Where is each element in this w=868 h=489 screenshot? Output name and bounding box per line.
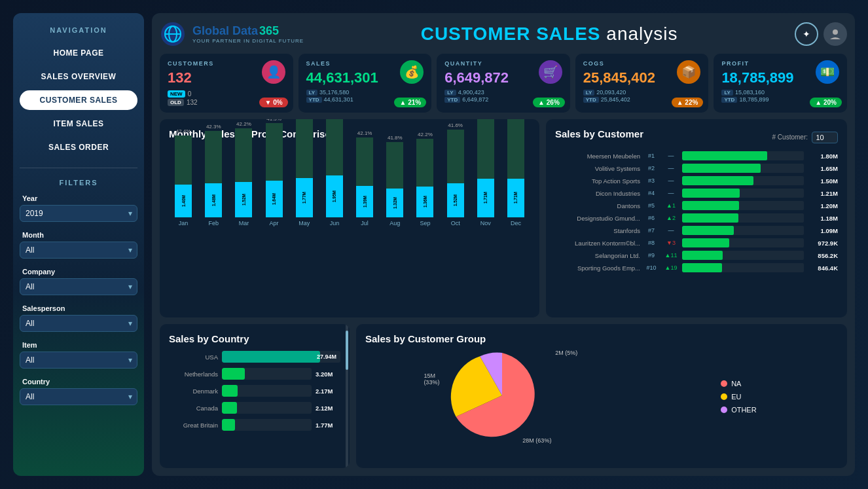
country-bar-fill bbox=[222, 402, 237, 414]
bar-group-Nov[interactable]: 42.2% 1.71M Nov bbox=[471, 119, 500, 226]
filter-country: Country All bbox=[20, 378, 137, 405]
bar-pct: 42.3% bbox=[206, 124, 221, 130]
customer-row[interactable]: Lauritzen Kontorm©bl... #8 ▼3 972.9K bbox=[555, 238, 838, 247]
bar-group-Oct[interactable]: 41.6% 1.52M Oct bbox=[441, 122, 470, 226]
bar-bottom: 1.52M bbox=[447, 183, 464, 217]
country-bar-track bbox=[222, 419, 312, 431]
bar-group-Mar[interactable]: 42.2% 1.52M Mar bbox=[229, 121, 258, 226]
kpi-quantity-badge: ▲ 26% bbox=[533, 98, 565, 107]
customer-row[interactable]: Meersen Meubelen #1 — 1.80M bbox=[555, 151, 838, 160]
bar-val: 1.52M bbox=[453, 194, 458, 206]
sparkle-button[interactable]: ✦ bbox=[795, 22, 818, 46]
customer-row[interactable]: Selangorian Ltd. #9 ▲11 856.2K bbox=[555, 251, 838, 260]
chart-country: Sales by Country USA 27.94M Netherlands … bbox=[160, 324, 350, 468]
filter-year-label: Year bbox=[20, 194, 137, 202]
country-label: Denmark bbox=[169, 388, 218, 395]
filter-salesperson-select[interactable]: All bbox=[20, 315, 137, 332]
bar-group-Feb[interactable]: 42.3% 1.48M Feb bbox=[199, 124, 228, 226]
country-row[interactable]: Great Britain 1.77M bbox=[169, 419, 340, 431]
country-label: Netherlands bbox=[169, 371, 218, 378]
bar-top bbox=[507, 119, 524, 179]
customers-header: Sales by Customer # Customer: bbox=[555, 128, 838, 146]
bar-group-Jul[interactable]: 42.1% 1.39M Jul bbox=[350, 130, 379, 226]
pie-label-na: 28M (63%) bbox=[522, 437, 551, 444]
sidebar-item-item-sales[interactable]: ITEM SALES bbox=[20, 114, 137, 134]
filter-month-select[interactable]: AllJan bbox=[20, 242, 137, 259]
filter-item-wrapper[interactable]: All bbox=[20, 352, 137, 369]
pie-area: 2M (5%) 15M(33%) 28M (63%) NA EU bbox=[365, 351, 838, 443]
bar-group-Apr[interactable]: 41.3% 1.64M Apr bbox=[260, 119, 289, 226]
bar-bottom: 1.52M bbox=[235, 182, 252, 217]
sidebar-item-sales-overview[interactable]: SALES OVERVIEW bbox=[20, 67, 137, 86]
bar-stack: 1.32M bbox=[386, 142, 403, 217]
charts-main-row: Monthly Sales vs Profit Comparison 42.4%… bbox=[160, 119, 847, 317]
filter-country-wrapper[interactable]: All bbox=[20, 388, 137, 405]
filter-salesperson: Salesperson All bbox=[20, 304, 137, 332]
cust-bar-fill bbox=[682, 189, 740, 198]
bar-stack: 1.71M bbox=[507, 119, 524, 217]
bar-group-Jan[interactable]: 42.4% 1.40M Jan bbox=[169, 128, 198, 226]
sidebar-item-home[interactable]: HOME PAGE bbox=[20, 43, 137, 63]
bar-top bbox=[447, 130, 464, 183]
bar-group-Dec[interactable]: 43.0% 1.71M Dec bbox=[501, 119, 530, 226]
filter-item-select[interactable]: All bbox=[20, 352, 137, 369]
sidebar-item-sales-order[interactable]: SALES ORDER bbox=[20, 137, 137, 157]
cust-val: 1.65M bbox=[806, 165, 838, 172]
cust-name: Lauritzen Kontorm©bl... bbox=[555, 240, 640, 247]
logo-subtitle: YOUR PARTNER IN DIGITAL FUTURE bbox=[192, 38, 304, 44]
bar-label: Jun bbox=[330, 220, 340, 226]
customer-row[interactable]: Top Action Sports #3 — 1.50M bbox=[555, 176, 838, 185]
cust-rank: #10 bbox=[643, 264, 660, 271]
cust-bar-track bbox=[682, 226, 804, 235]
kpi-sales-badge: ▲ 21% bbox=[394, 98, 426, 107]
cust-name: Dantons bbox=[555, 202, 640, 209]
kpi-cogs: COGS 25,845,402 📦 LY20,093,420 YTD25,845… bbox=[575, 54, 709, 113]
cust-val: 1.21M bbox=[806, 190, 838, 197]
bar-stack: 1.71M bbox=[477, 119, 494, 217]
customer-row[interactable]: Dicon Industries #4 — 1.21M bbox=[555, 189, 838, 198]
cust-name: Top Action Sports bbox=[555, 177, 640, 185]
cust-bar-fill bbox=[682, 263, 722, 272]
country-row[interactable]: Canada 2.12M bbox=[169, 402, 340, 414]
customers-filter-input[interactable] bbox=[812, 132, 838, 143]
customer-row[interactable]: Designstudio Gmund... #6 ▲2 1.18M bbox=[555, 213, 838, 223]
country-row[interactable]: Denmark 2.17M bbox=[169, 385, 340, 397]
sidebar-item-customer-sales[interactable]: CUSTOMER SALES bbox=[20, 90, 137, 110]
avatar-button[interactable] bbox=[823, 22, 847, 46]
customer-row[interactable]: Stanfords #7 — 1.09M bbox=[555, 226, 838, 235]
customer-row[interactable]: Sporting Goods Emp... #10 ▲19 846.4K bbox=[555, 263, 838, 272]
bar-label: Jul bbox=[361, 220, 369, 226]
cust-rank: #2 bbox=[643, 165, 660, 172]
cust-bar-track bbox=[682, 263, 804, 272]
bar-val: 1.77M bbox=[302, 192, 306, 204]
filter-month-wrapper[interactable]: AllJan bbox=[20, 242, 137, 259]
monthly-bar-area: 42.4% 1.40M Jan 42.3% 1.48M Feb 42.2% bbox=[169, 146, 530, 241]
bar-pct: 41.6% bbox=[448, 122, 463, 128]
pie-chart bbox=[446, 346, 558, 444]
filter-company-select[interactable]: All bbox=[20, 278, 137, 295]
pie-label-other: 2M (5%) bbox=[555, 350, 577, 356]
bar-val: 1.71M bbox=[483, 192, 488, 204]
country-row[interactable]: USA 27.94M bbox=[169, 351, 340, 363]
main-content: Global Data 365 YOUR PARTNER IN DIGITAL … bbox=[152, 13, 855, 476]
bar-group-May[interactable]: 41.9% 1.77M May bbox=[290, 119, 319, 226]
bar-group-Jun[interactable]: 42.0% 1.95M Jun bbox=[320, 119, 349, 226]
customer-row[interactable]: Volitive Systems #2 — 1.65M bbox=[555, 164, 838, 173]
bar-bottom: 1.95M bbox=[326, 175, 343, 217]
cust-trend: — bbox=[662, 227, 679, 234]
filter-company-label: Company bbox=[20, 268, 137, 276]
filter-country-select[interactable]: All bbox=[20, 388, 137, 405]
filter-company-wrapper[interactable]: All bbox=[20, 278, 137, 295]
bar-group-Aug[interactable]: 41.8% 1.32M Aug bbox=[380, 135, 409, 226]
cust-bar-track bbox=[682, 189, 804, 198]
filter-year-wrapper[interactable]: 201920202021 bbox=[20, 205, 137, 222]
chart-group: Sales by Customer Group 2M (5%) 15M(33%) bbox=[356, 324, 847, 468]
logo-365: 365 bbox=[259, 24, 279, 38]
country-row[interactable]: Netherlands 3.20M bbox=[169, 368, 340, 380]
bar-group-Sep[interactable]: 42.2% 1.36M Sep bbox=[410, 132, 439, 226]
bar-top bbox=[205, 131, 222, 183]
customer-row[interactable]: Dantons #5 ▲1 1.20M bbox=[555, 201, 838, 210]
filter-year-select[interactable]: 201920202021 bbox=[20, 205, 137, 222]
scroll-indicator[interactable] bbox=[346, 324, 348, 468]
filter-salesperson-wrapper[interactable]: All bbox=[20, 315, 137, 332]
